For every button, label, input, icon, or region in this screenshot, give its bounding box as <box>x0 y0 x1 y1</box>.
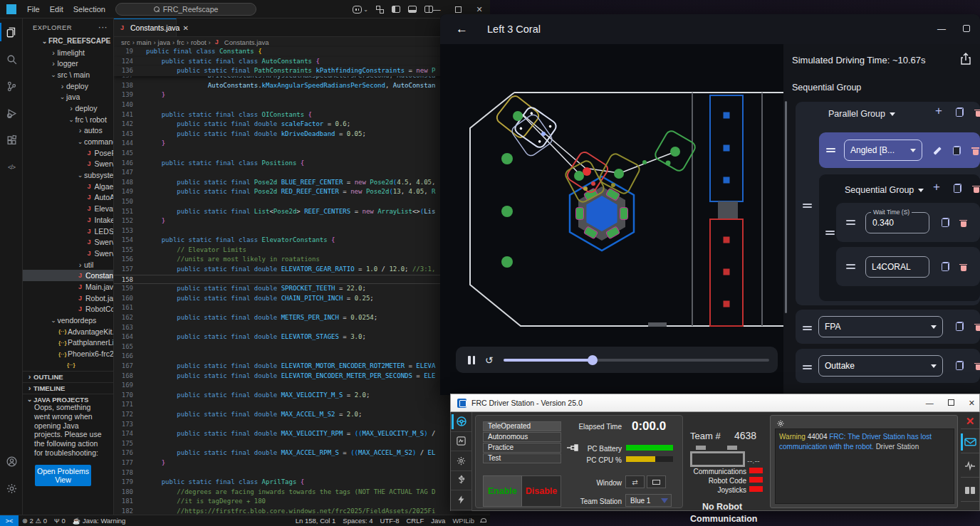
tree-item-swervesubsyste-[interactable]: JSwerveSubsyste... <box>23 248 113 259</box>
outtake-command-card[interactable]: Outtake <box>796 349 980 383</box>
code-line-152[interactable]: 152 } <box>114 216 490 226</box>
delete-icon[interactable] <box>972 184 980 193</box>
enable-button[interactable]: Enable <box>483 475 522 507</box>
restart-icon[interactable]: ↻ <box>485 354 494 366</box>
chart-tab-icon[interactable] <box>961 455 979 478</box>
delete-icon[interactable] <box>959 218 967 227</box>
operation-tab-icon[interactable] <box>451 412 471 432</box>
panel-scrollbar[interactable] <box>785 101 787 313</box>
both-tab-icon[interactable] <box>961 479 979 502</box>
code-line-174[interactable]: 174 public static final double MAX_VELOC… <box>114 429 490 439</box>
code-line-163[interactable]: 163 <box>114 323 490 333</box>
tree-item-src-main[interactable]: ⌄src \ main <box>23 69 113 80</box>
code-line-149[interactable]: 149 public static final Pose2d RED_REEF_… <box>114 187 490 197</box>
delete-icon[interactable] <box>974 107 980 117</box>
tree-item-algaearm-java[interactable]: JAlgaeArm.java <box>23 181 113 192</box>
tab-constants-java[interactable]: J Constants.java ✕ <box>114 19 177 36</box>
sequential-group-header[interactable]: Sequential Group <box>845 185 924 195</box>
account-icon[interactable] <box>0 448 23 475</box>
code-line-181[interactable]: 181 //it is tagDegree + 180 <box>114 497 490 507</box>
back-arrow-icon[interactable]: ← <box>456 22 468 36</box>
tree-item-limelight[interactable]: ›limelight <box>23 47 113 58</box>
tree-item-frc-reefscape[interactable]: ⌄FRC_REEFSCAPE <box>23 36 113 47</box>
power-tab-icon[interactable] <box>451 490 471 510</box>
code-line-141[interactable]: 141 public static final class OIConstant… <box>114 110 490 120</box>
breadcrumb-item[interactable]: robot <box>191 38 207 46</box>
tree-item-robotcontainer-j-[interactable]: JRobotContainer.j... <box>23 304 113 315</box>
duplicate-icon[interactable] <box>954 184 961 193</box>
toggle-sidebar-icon[interactable] <box>392 6 400 13</box>
fpa-command-card[interactable]: FPA <box>796 310 980 344</box>
wait-time-field[interactable]: Wait Time (S) 0.340 <box>865 212 929 233</box>
command-dropdown[interactable]: Outtake <box>818 355 943 377</box>
code-line-158[interactable]: 158 <box>114 275 490 285</box>
add-command-icon[interactable]: + <box>933 180 940 194</box>
code-line-139[interactable]: 139 } <box>114 90 490 100</box>
console-close-icon[interactable]: ✕ <box>961 414 979 429</box>
breadcrumb-item[interactable]: frc <box>177 38 184 46</box>
code-line-171[interactable]: 171 <box>114 400 490 410</box>
code-line-154[interactable]: 154 public static final class ElevatorCo… <box>114 236 490 246</box>
code-line-166[interactable]: 166 <box>114 352 490 362</box>
delete-icon[interactable] <box>974 322 980 331</box>
team-station-dropdown[interactable]: Blue 1 <box>625 494 672 507</box>
code-line-148[interactable]: 148 public static final Pose2d BLUE_REEF… <box>114 178 490 188</box>
delete-icon[interactable] <box>959 262 967 271</box>
tree-item-advantagekit-json[interactable]: {··}AdvantageKit.json <box>23 326 113 337</box>
drag-handle-icon[interactable] <box>846 263 855 271</box>
menu-edit[interactable]: Edit <box>45 5 68 14</box>
mode-test[interactable]: Test <box>483 453 561 463</box>
activity-wpilib-icon[interactable]: </> <box>0 154 23 181</box>
tab-close-icon[interactable]: ✕ <box>182 24 188 32</box>
breadcrumb-item[interactable]: Constants.java <box>224 38 269 46</box>
mode-teleoperated[interactable]: TeleOperated <box>483 421 561 431</box>
ports-status[interactable]: Ψ0 <box>51 517 69 525</box>
activity-search-icon[interactable] <box>0 46 23 73</box>
code-line-159[interactable]: 159 public static final double SPROCKET_… <box>114 284 490 294</box>
ds-close-button[interactable]: ✕ <box>969 399 975 408</box>
selected-command-row[interactable]: Angled [B... <box>819 132 980 168</box>
code-line-178[interactable]: 178 <box>114 468 490 478</box>
ds-maximize-button[interactable] <box>948 399 954 408</box>
code-line-142[interactable]: 142 public static final double scaleFact… <box>114 120 490 130</box>
code-line-145[interactable]: 145 <box>114 149 490 159</box>
code-line-124[interactable]: 124 public static final class AutoConsta… <box>114 57 490 67</box>
tree-item-ledsubsystem-j-[interactable]: JLEDSubsystem.j... <box>23 226 113 237</box>
tree-item-java[interactable]: ⌄java <box>23 91 113 102</box>
section-timeline[interactable]: ›TIMELINE <box>23 382 113 394</box>
code-line-176[interactable]: 176 public static final double MAX_ACCEL… <box>114 448 490 458</box>
duplicate-icon[interactable] <box>942 218 949 227</box>
code-editor[interactable]: 19public final class Constants {124 publ… <box>114 47 490 515</box>
messages-tab-icon[interactable] <box>961 431 979 453</box>
code-line-151[interactable]: 151 public static final List<Pose2d> REE… <box>114 207 490 217</box>
code-line-155[interactable]: 155 // Elevator Limits <box>114 246 490 256</box>
drag-handle-icon[interactable] <box>825 228 835 237</box>
code-line-143[interactable]: 143 public static final double kDriveDea… <box>114 130 490 140</box>
status-spaces-4[interactable]: Spaces: 4 <box>339 517 376 525</box>
tree-item-autoalign-java[interactable]: JAutoAlign.java <box>23 192 113 204</box>
command-dropdown[interactable]: Angled [B... <box>844 140 922 161</box>
code-line-182[interactable]: 182 //https://firstfrc.blob.core.windows… <box>114 507 490 515</box>
duplicate-icon[interactable] <box>956 361 964 370</box>
delete-icon[interactable] <box>974 361 980 370</box>
tree-item-logger[interactable]: ›logger <box>23 58 113 69</box>
code-line-138[interactable]: 138 AutoConstants.kMaxAngularSpeedRadian… <box>114 81 490 91</box>
code-line-179[interactable]: 179 public static final class AprilTags … <box>114 478 490 488</box>
share-icon[interactable] <box>960 53 971 65</box>
customize-layout-icon[interactable] <box>376 6 384 14</box>
duplicate-icon[interactable] <box>953 146 961 155</box>
menu-file[interactable]: File <box>22 5 45 14</box>
window-dock-button[interactable]: ⇄ <box>625 475 645 488</box>
wait-command-row[interactable]: Wait Time (S) 0.340 <box>836 203 980 242</box>
tree-item-constants-java[interactable]: JConstants.java <box>23 270 113 281</box>
console-text[interactable]: Warning 44004 FRC: The Driver Station ha… <box>775 428 954 504</box>
code-line-156[interactable]: 156 //units are most likely in roatation… <box>114 255 490 265</box>
code-line-19[interactable]: 19public final class Constants { <box>114 47 490 57</box>
mode-autonomous[interactable]: Autonomous <box>483 432 561 442</box>
drag-handle-icon[interactable] <box>803 363 812 372</box>
diagnostics-tab-icon[interactable] <box>451 432 471 452</box>
problems-status[interactable]: ⊗ 2 ⚠ 0 <box>19 517 51 525</box>
console-gear-icon[interactable] <box>776 419 785 428</box>
setup-tab-icon[interactable] <box>451 451 471 471</box>
explorer-more-actions-icon[interactable]: ··· <box>98 22 108 32</box>
